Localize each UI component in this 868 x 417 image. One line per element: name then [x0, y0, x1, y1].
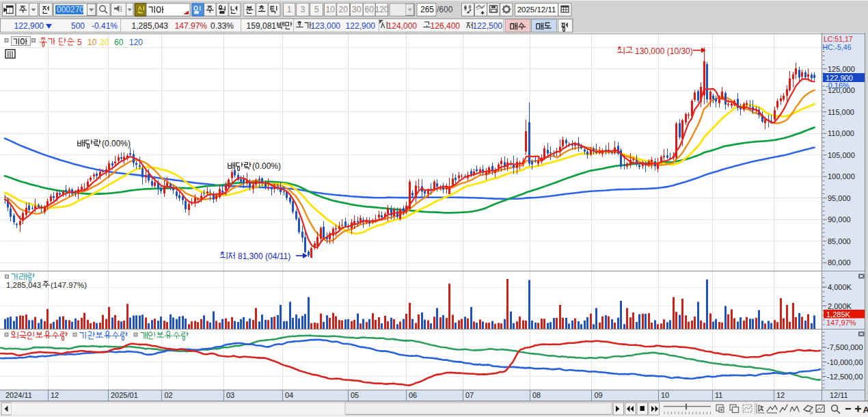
svg-text:-7,500,000: -7,500,000 — [827, 343, 863, 351]
svg-text:147.97%: 147.97% — [175, 21, 208, 31]
svg-text:159,081: 159,081 — [247, 21, 277, 31]
svg-text:105,000: 105,000 — [828, 151, 855, 159]
svg-text:03: 03 — [226, 391, 234, 399]
svg-text:20: 20 — [100, 38, 109, 47]
svg-text:122,900: 122,900 — [346, 21, 376, 31]
svg-text:5: 5 — [314, 5, 319, 14]
svg-text:10: 10 — [87, 38, 97, 47]
svg-text:06: 06 — [409, 391, 417, 399]
svg-text:08: 08 — [532, 391, 541, 399]
svg-text:120: 120 — [375, 5, 388, 14]
svg-text:12: 12 — [776, 391, 785, 399]
svg-text:000270: 000270 — [57, 5, 84, 14]
svg-text:2,000K: 2,000K — [828, 302, 852, 310]
svg-text:265: 265 — [420, 5, 434, 14]
svg-text:122,900: 122,900 — [14, 21, 44, 31]
svg-text:124,000: 124,000 — [388, 21, 418, 31]
svg-text:(147.97%): (147.97%) — [51, 281, 87, 289]
svg-text:1,285K: 1,285K — [826, 310, 851, 319]
svg-text:HC:-5,46: HC:-5,46 — [823, 43, 852, 51]
svg-text:(0.00%): (0.00%) — [252, 161, 281, 171]
svg-text:-10,000,00: -10,000,00 — [827, 358, 863, 366]
svg-text:2024/11: 2024/11 — [5, 391, 32, 399]
svg-text:1,285,043: 1,285,043 — [6, 281, 41, 289]
svg-text:-0.41%: -0.41% — [92, 21, 118, 31]
svg-text:2025/01: 2025/01 — [111, 391, 138, 399]
svg-text:07: 07 — [465, 391, 474, 399]
svg-text:-0.16%: -0.16% — [826, 81, 850, 90]
svg-text:05: 05 — [351, 391, 359, 399]
svg-text:-12,500,00: -12,500,00 — [827, 373, 863, 381]
svg-text:85,000: 85,000 — [828, 237, 851, 245]
svg-text:1,285,043: 1,285,043 — [132, 21, 169, 31]
svg-text:4,000K: 4,000K — [828, 283, 852, 291]
svg-text:LC:51,17: LC:51,17 — [824, 35, 853, 43]
svg-text:12/11: 12/11 — [830, 391, 848, 399]
svg-text:60: 60 — [114, 38, 124, 47]
svg-text:60: 60 — [365, 5, 375, 14]
svg-text:120: 120 — [129, 38, 143, 47]
svg-text:100,000: 100,000 — [828, 172, 855, 180]
svg-text:10: 10 — [661, 391, 669, 399]
svg-text:/600: /600 — [437, 5, 453, 14]
svg-text:126,400: 126,400 — [431, 21, 461, 31]
svg-text:20: 20 — [339, 5, 349, 14]
svg-text:A: A — [863, 405, 868, 415]
svg-text:2025/12/11: 2025/12/11 — [517, 5, 556, 14]
svg-text:147,97%: 147,97% — [826, 319, 856, 327]
svg-text:30: 30 — [352, 5, 362, 14]
svg-text:110,000: 110,000 — [828, 129, 854, 137]
svg-text:04: 04 — [285, 391, 293, 399]
svg-text:5: 5 — [77, 38, 82, 47]
svg-text:11: 11 — [715, 391, 722, 399]
svg-text:90,000: 90,000 — [828, 215, 851, 224]
svg-text:09: 09 — [595, 391, 603, 399]
svg-text:500: 500 — [71, 21, 85, 31]
svg-text:12: 12 — [51, 391, 59, 399]
svg-text:02: 02 — [165, 391, 173, 399]
svg-text:80,000: 80,000 — [828, 258, 851, 267]
svg-text:81,300 (04/11): 81,300 (04/11) — [238, 252, 290, 261]
svg-text:95,000: 95,000 — [828, 194, 851, 202]
svg-text:(0.00%): (0.00%) — [102, 139, 131, 148]
svg-text:1: 1 — [287, 5, 292, 14]
svg-text:3: 3 — [301, 5, 306, 14]
svg-text:115,000: 115,000 — [828, 108, 854, 116]
svg-text:0.33%: 0.33% — [211, 21, 234, 31]
svg-text:123,000: 123,000 — [311, 21, 341, 31]
svg-text:130,000 (10/30): 130,000 (10/30) — [635, 46, 693, 56]
svg-text:10: 10 — [326, 5, 336, 14]
svg-text:ill: ill — [810, 411, 813, 415]
svg-text:125,000: 125,000 — [828, 65, 855, 73]
svg-text:122,500: 122,500 — [473, 21, 503, 31]
